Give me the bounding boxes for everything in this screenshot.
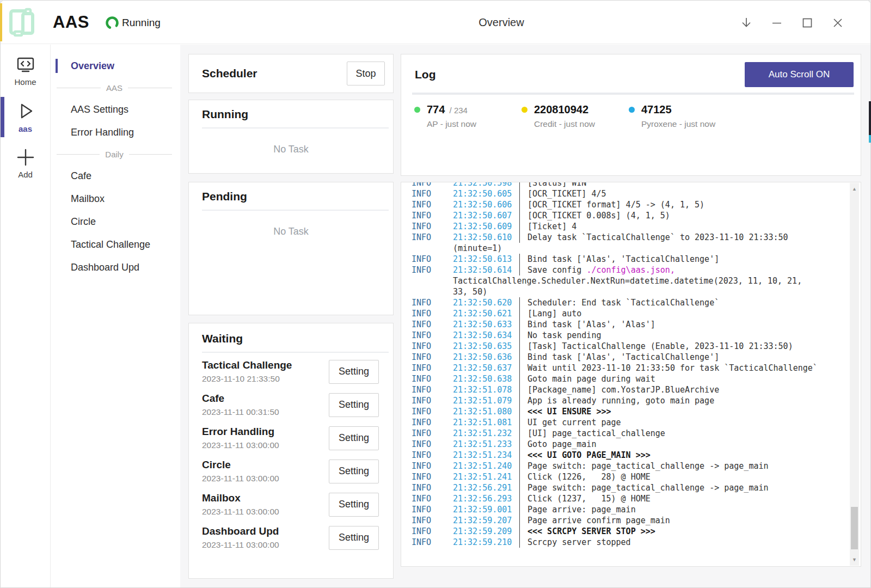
nav-section-daily: Daily: [51, 144, 180, 164]
log-message: Save config ./config\aas.json,: [527, 265, 675, 275]
nav-item-mailbox[interactable]: Mailbox: [51, 187, 180, 210]
divider: [412, 93, 854, 95]
nav-item-label: Cafe: [71, 170, 91, 182]
log-timestamp: 21:32:51.078: [453, 384, 519, 395]
stat-credit: 220810942 Credit - just now: [522, 103, 629, 129]
log-line: INFO21:32:51.240Page switch: page_tactic…: [412, 461, 842, 471]
divider-line: [129, 154, 172, 155]
rail-item-home[interactable]: Home: [1, 52, 50, 90]
divider-line: [128, 88, 172, 88]
log-message: Delay task `TacticalChallenge` to 2023-1…: [527, 232, 788, 243]
stop-button[interactable]: Stop: [347, 62, 385, 85]
desktop-bleed-right-dark: [869, 101, 871, 135]
nav-item-label: Tactical Challenge: [71, 239, 150, 250]
scroll-down-icon[interactable]: ▼: [850, 557, 859, 562]
waiting-task-row: Cafe 2023-11-11 00:31:50 Setting: [189, 388, 393, 421]
rail-item-label: Add: [18, 170, 33, 179]
divider: [202, 127, 389, 128]
code-monitor-icon: [15, 56, 36, 75]
log-line: INFO21:32:50.633Bind task ['Alas', 'Alas…: [412, 319, 842, 330]
log-separator: [519, 232, 520, 243]
log-timestamp: 21:32:59.207: [453, 515, 519, 526]
task-next-run-time: 2023-11-10 21:33:50: [202, 374, 329, 384]
task-setting-button[interactable]: Setting: [329, 493, 379, 517]
log-timestamp: 21:32:50.636: [453, 352, 519, 363]
nav-item-error-handling[interactable]: Error Handling: [51, 121, 180, 144]
log-message: 33, 50): [453, 286, 487, 297]
log-level: INFO: [412, 471, 453, 482]
close-icon[interactable]: [829, 14, 847, 32]
task-setting-button[interactable]: Setting: [329, 426, 379, 450]
log-message: <<< SCRCPY SERVER STOP >>>: [527, 526, 655, 537]
nav-item-overview[interactable]: Overview: [51, 54, 180, 77]
log-level: INFO: [412, 341, 453, 352]
task-next-run-time: 2023-11-11 03:00:00: [202, 540, 329, 550]
nav-item-dashboard-upd[interactable]: Dashboard Upd: [51, 256, 180, 279]
rail-item-aas[interactable]: aas: [1, 97, 50, 137]
waiting-card: Waiting Tactical Challenge 2023-11-10 21…: [188, 323, 394, 579]
task-setting-button[interactable]: Setting: [329, 526, 379, 550]
log-timestamp: 21:32:59.001: [453, 504, 519, 515]
log-line: INFO21:32:51.078[Package_name] com.Yosta…: [412, 384, 842, 395]
play-icon: [15, 101, 36, 121]
stat-body: 774 / 234 AP - just now: [427, 103, 476, 129]
minimize-icon[interactable]: [768, 14, 786, 32]
log-separator: [519, 319, 520, 330]
log-line: INFO21:32:59.001Page arrive: page_main: [412, 504, 842, 515]
nav-item-circle[interactable]: Circle: [51, 210, 180, 233]
window-controls: [737, 14, 847, 32]
auto-scroll-button[interactable]: Auto Scroll ON: [745, 62, 854, 87]
log-message: Scheduler: End task `TacticalChallenge`: [527, 297, 719, 308]
app-window: AAS Running Overview: [0, 0, 871, 588]
nav-item-tactical-challenge[interactable]: Tactical Challenge: [51, 233, 180, 256]
log-level: INFO: [412, 504, 453, 515]
log-separator: [519, 373, 520, 384]
log-level: INFO: [412, 254, 453, 265]
nav-item-aas-settings[interactable]: AAS Settings: [51, 98, 180, 121]
desktop-bleed-left: [0, 3, 2, 41]
log-level: INFO: [412, 439, 453, 450]
divider: [202, 210, 389, 211]
log-line: INFO21:32:51.080<<< UI ENSURE >>>: [412, 406, 842, 417]
task-setting-button[interactable]: Setting: [329, 360, 379, 384]
log-level: INFO: [412, 515, 453, 526]
stat-dot-icon: [629, 107, 635, 113]
log-timestamp: 21:32:50.606: [453, 199, 519, 210]
maximize-icon[interactable]: [798, 14, 816, 32]
waiting-title: Waiting: [202, 332, 380, 345]
log-header: Log Auto Scroll ON: [401, 54, 861, 87]
pending-empty-text: No Task: [189, 226, 393, 237]
log-timestamp: 21:32:50.638: [453, 373, 519, 384]
nav-section-label: Daily: [105, 150, 123, 159]
rail-item-add[interactable]: Add: [1, 144, 50, 183]
nav-item-label: Dashboard Upd: [71, 262, 139, 273]
log-level: INFO: [412, 406, 453, 417]
rail-item-label: Home: [14, 77, 36, 87]
scrollbar-thumb[interactable]: [851, 507, 858, 549]
log-message: TacticalChallenge.Scheduler.NextRun=date…: [453, 275, 802, 286]
scroll-up-icon[interactable]: ▲: [850, 186, 859, 192]
nav-item-label: Error Handling: [71, 127, 134, 138]
nav-item-label: AAS Settings: [71, 104, 128, 115]
log-timestamp: 21:32:56.293: [453, 493, 519, 504]
log-message: Page arrive: page_main: [527, 504, 636, 515]
divider: [202, 352, 389, 353]
waiting-task-row: Error Handling 2023-11-11 03:00:00 Setti…: [189, 421, 393, 455]
nav-item-label: Overview: [71, 60, 114, 72]
task-setting-button[interactable]: Setting: [329, 393, 379, 417]
task-setting-button[interactable]: Setting: [329, 460, 379, 483]
log-message: Scrcpy server stopped: [527, 537, 631, 548]
log-message: App is already running, goto main page: [527, 395, 714, 406]
stat-ap: 774 / 234 AP - just now: [414, 103, 522, 129]
log-line: INFO21:32:51.233Goto page_main: [412, 439, 842, 450]
log-level: INFO: [412, 417, 453, 428]
log-scrollbar[interactable]: ▲ ▼: [850, 183, 859, 566]
nav-item-cafe[interactable]: Cafe: [51, 164, 180, 187]
log-line: INFO21:32:50.620Scheduler: End task `Tac…: [412, 297, 842, 308]
log-separator: [519, 526, 520, 537]
download-icon[interactable]: [737, 14, 755, 32]
waiting-task-row: Tactical Challenge 2023-11-10 21:33:50 S…: [189, 355, 393, 388]
log-level: INFO: [412, 493, 453, 504]
log-line: INFO21:32:56.291Page switch: page_tactic…: [412, 482, 842, 493]
log-level: INFO: [412, 221, 453, 232]
